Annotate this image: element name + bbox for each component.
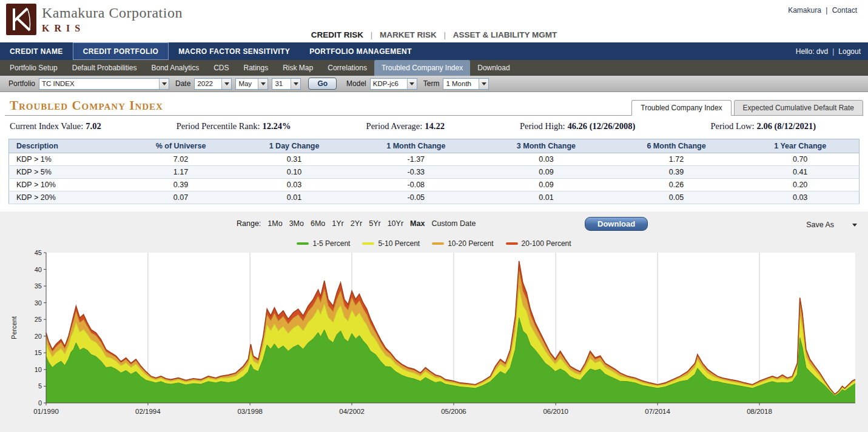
table-row: KDP > 10% 0.39 0.03 -0.08 0.09 0.26 0.20	[9, 179, 860, 191]
nav-credit-portfolio[interactable]: CREDIT PORTFOLIO	[73, 42, 169, 60]
svg-text:08/2018: 08/2018	[747, 408, 772, 415]
svg-text:10: 10	[35, 366, 42, 373]
range-2yr[interactable]: 2Yr	[351, 219, 362, 228]
model-select[interactable]: KDP-jc6	[370, 78, 417, 90]
portfolio-select[interactable]: TC INDEX	[39, 78, 169, 90]
term-select[interactable]: 1 Month	[443, 78, 489, 90]
table-cell: KDP > 10%	[9, 179, 124, 191]
table-cell: 0.05	[611, 191, 742, 204]
nav-asset-liability-mgmt[interactable]: ASSET & LIABILITY MGMT	[453, 30, 557, 39]
user-greeting: Hello: dvd	[796, 47, 828, 56]
table-row: KDP > 5% 1.17 0.10 -0.33 0.09 0.39 0.41	[9, 166, 860, 179]
subnav-portfolio-setup[interactable]: Portfolio Setup	[2, 60, 65, 76]
separator: |	[371, 30, 373, 39]
col-1-day-change: 1 Day Change	[238, 139, 351, 153]
range-3mo[interactable]: 3Mo	[289, 219, 304, 228]
subnav-cds[interactable]: CDS	[206, 60, 236, 76]
subnav-risk-map[interactable]: Risk Map	[275, 60, 320, 76]
separator: |	[444, 30, 446, 39]
col-1-month-change: 1 Month Change	[351, 139, 482, 153]
svg-text:03/1998: 03/1998	[237, 408, 263, 415]
chevron-down-icon	[291, 79, 300, 89]
sub-nav: Portfolio Setup Default Probabilities Bo…	[0, 60, 868, 76]
range-selector: Range: 1Mo 3Mo 6Mo 1Yr 2Yr 5Yr 10Yr Max …	[237, 219, 476, 228]
chevron-down-icon	[407, 79, 417, 89]
tci-stacked-area-chart: 05101520253035404501/199002/199403/19980…	[8, 248, 860, 425]
month-select[interactable]: May	[235, 78, 268, 90]
logo-k-glyph	[9, 7, 33, 32]
table-cell: 0.03	[238, 179, 351, 191]
table-cell: KDP > 20%	[9, 191, 124, 204]
table-cell: -0.08	[351, 179, 482, 191]
range-10yr[interactable]: 10Yr	[388, 219, 403, 228]
table-cell: 0.01	[238, 191, 351, 204]
download-button[interactable]: Download	[585, 217, 648, 231]
table-cell: 0.20	[741, 179, 859, 191]
nav-credit-risk[interactable]: CREDIT RISK	[311, 30, 363, 39]
range-5yr[interactable]: 5Yr	[369, 219, 380, 228]
subnav-ratings[interactable]: Ratings	[237, 60, 276, 76]
subnav-bond-analytics[interactable]: Bond Analytics	[144, 60, 206, 76]
nav-portfolio-management[interactable]: PORTFOLIO MANAGEMENT	[300, 42, 422, 60]
svg-text:15: 15	[35, 349, 42, 356]
svg-text:06/2010: 06/2010	[543, 408, 568, 415]
subnav-correlations[interactable]: Correlations	[320, 60, 374, 76]
table-cell: 1.72	[611, 153, 742, 166]
legend-item-1-5-percent: 1-5 Percent	[297, 239, 350, 248]
main-nav: CREDIT NAME CREDIT PORTFOLIO MACRO FACTO…	[0, 42, 868, 60]
legend-label: 1-5 Percent	[312, 239, 350, 248]
range-row: Range: 1Mo 3Mo 6Mo 1Yr 2Yr 5Yr 10Yr Max …	[8, 216, 860, 234]
nav-macro-factor-sensitivity[interactable]: MACRO FACTOR SENSITIVITY	[169, 42, 300, 60]
nav-market-risk[interactable]: MARKET RISK	[380, 30, 437, 39]
table-cell: KDP > 1%	[9, 153, 124, 166]
legend-swatch-red	[506, 242, 518, 245]
range-1mo[interactable]: 1Mo	[267, 219, 282, 228]
save-as-dropdown[interactable]: Save As	[806, 221, 857, 229]
range-6mo[interactable]: 6Mo	[311, 219, 325, 228]
table-cell: 0.39	[124, 179, 238, 191]
go-button[interactable]: Go	[308, 78, 337, 90]
link-contact[interactable]: Contact	[832, 6, 857, 15]
col-6-month-change: 6 Month Change	[611, 139, 742, 153]
link-kamakura[interactable]: Kamakura	[788, 6, 821, 15]
stat-value: 46.26 (12/26/2008)	[567, 121, 635, 131]
svg-text:02/1994: 02/1994	[135, 408, 161, 415]
term-select-value: 1 Month	[443, 79, 479, 89]
stat-value: 12.24%	[262, 121, 291, 131]
stat-period-high: Period High:46.26 (12/26/2008)	[520, 121, 635, 131]
tab-troubled-company-index[interactable]: Troubled Company Index	[631, 100, 731, 116]
product-nav: CREDIT RISK | MARKET RISK | ASSET & LIAB…	[0, 30, 868, 39]
nav-credit-name[interactable]: CREDIT NAME	[0, 42, 73, 60]
subnav-default-probabilities[interactable]: Default Probabilities	[65, 60, 144, 76]
svg-text:5: 5	[38, 382, 42, 390]
stat-value: 14.22	[425, 121, 445, 131]
brand-name: Kamakura Corporation	[42, 5, 183, 21]
stat-period-low: Period Low:2.06 (8/12/2021)	[710, 121, 816, 131]
subnav-download[interactable]: Download	[470, 60, 517, 76]
chevron-down-icon	[159, 79, 169, 89]
day-select[interactable]: 31	[272, 78, 301, 90]
legend-item-20-100-percent: 20-100 Percent	[506, 239, 571, 248]
chevron-down-icon	[258, 79, 267, 89]
range-custom-date[interactable]: Custom Date	[431, 219, 476, 228]
logout-link[interactable]: Logout	[838, 47, 861, 56]
table-cell: 7.02	[124, 153, 238, 166]
legend-item-5-10-percent: 5-10 Percent	[362, 239, 420, 248]
range-1yr[interactable]: 1Yr	[332, 219, 343, 228]
svg-text:45: 45	[35, 249, 42, 256]
table-cell: 0.07	[124, 191, 238, 204]
legend-item-10-20-percent: 10-20 Percent	[432, 239, 493, 248]
table-cell: 0.70	[741, 153, 859, 166]
range-max[interactable]: Max	[410, 219, 425, 228]
term-label: Term	[423, 79, 440, 88]
table-header-row: Description % of Universe 1 Day Change 1…	[9, 139, 860, 153]
table-cell: -0.33	[351, 166, 482, 179]
legend-swatch-orange	[432, 242, 444, 245]
portfolio-label: Portfolio	[8, 79, 35, 88]
subnav-troubled-company-index[interactable]: Troubled Company Index	[374, 60, 470, 76]
stat-label: Period High:	[520, 121, 565, 131]
table-cell: -0.05	[351, 191, 482, 204]
year-select[interactable]: 2022	[194, 78, 232, 90]
tab-expected-cumulative-default-rate[interactable]: Expected Cumulative Default Rate	[734, 100, 863, 116]
legend-swatch-yellow	[362, 242, 374, 245]
